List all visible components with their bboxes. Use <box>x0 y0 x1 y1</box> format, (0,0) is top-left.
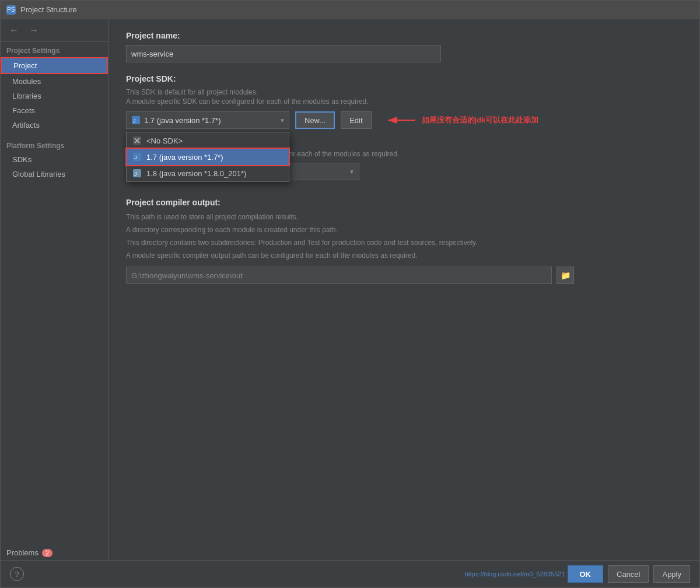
compiler-output-input[interactable] <box>126 267 552 284</box>
url-text: https://blog.csdn.net/m0_52835521 <box>465 570 565 578</box>
problems-badge: 2 <box>42 549 52 557</box>
problems-row[interactable]: Problems 2 <box>1 545 108 560</box>
sdk-select-wrapper: J 1.7 (java version *1.7*) ▼ <box>126 111 289 129</box>
project-settings-label: Project Settings <box>1 42 108 57</box>
bottom-bar: ? https://blog.csdn.net/m0_52835521 OK C… <box>1 560 699 587</box>
sdk-1-8-label: 1.8 (java version *1.8.0_201*) <box>146 169 246 178</box>
sdk-option-no-sdk[interactable]: <No SDK> <box>127 132 289 149</box>
project-name-label: Project name: <box>126 31 682 40</box>
apply-button[interactable]: Apply <box>653 565 690 583</box>
svg-text:J: J <box>134 155 137 160</box>
java-icon: J <box>131 116 141 125</box>
sidebar-item-sdks[interactable]: SDKs <box>1 152 108 167</box>
folder-icon: 📁 <box>561 271 570 280</box>
project-name-section: Project name: <box>126 31 682 62</box>
sdk-row: J 1.7 (java version *1.7*) ▼ <box>126 111 682 129</box>
nav-forward-button[interactable]: → <box>26 24 41 37</box>
sdk-selected-text: 1.7 (java version *1.7*) <box>144 116 221 125</box>
svg-text:J: J <box>134 171 137 177</box>
window-title: Project Structure <box>20 5 77 14</box>
bottom-right-group: https://blog.csdn.net/m0_52835521 OK Can… <box>453 565 690 583</box>
help-button[interactable]: ? <box>10 567 24 581</box>
sdk-desc1: This SDK is default for all project modu… <box>126 88 682 96</box>
java17-icon: J <box>132 152 142 162</box>
output-path-row: 📁 <box>126 267 682 284</box>
folder-browse-button[interactable]: 📁 <box>556 267 574 284</box>
sdk-section: Project SDK: This SDK is default for all… <box>126 74 682 129</box>
new-sdk-button[interactable]: New... <box>295 111 335 129</box>
main-content: Project name: Project SDK: This SDK is d… <box>108 19 699 560</box>
bottom-right: OK Cancel Apply <box>568 565 691 583</box>
sidebar-item-libraries[interactable]: Libraries <box>1 89 108 103</box>
compiler-output-title: Project compiler output: <box>126 198 682 207</box>
no-sdk-icon <box>132 136 142 145</box>
window-body: ← → Project Settings Project Modules Lib… <box>1 19 699 560</box>
compiler-output-section: Project compiler output: This path is us… <box>126 198 682 284</box>
sidebar: ← → Project Settings Project Modules Lib… <box>1 19 108 560</box>
sidebar-item-global-libraries[interactable]: Global Libraries <box>1 167 108 181</box>
bottom-left: ? <box>10 567 24 581</box>
compiler-desc3: This directory contains two subdirectori… <box>126 237 682 248</box>
sidebar-item-modules[interactable]: Modules <box>1 74 108 89</box>
annotation-arrow-icon <box>383 111 418 129</box>
sdk-dropdown-popup: <No SDK> J 1.7 (java version *1.7*) <box>126 132 289 182</box>
edit-sdk-button[interactable]: Edit <box>341 111 371 129</box>
sidebar-item-facets[interactable]: Facets <box>1 103 108 118</box>
project-structure-window: PS Project Structure ← → Project Setting… <box>0 0 700 588</box>
title-bar: PS Project Structure <box>1 1 699 19</box>
sdk-desc2: A module specific SDK can be configured … <box>126 97 682 106</box>
sidebar-item-project[interactable]: Project <box>1 57 108 74</box>
sdk-option-1-7[interactable]: J 1.7 (java version *1.7*) <box>127 149 289 165</box>
sdk-section-title: Project SDK: <box>126 74 682 83</box>
project-name-input[interactable] <box>126 45 441 62</box>
svg-text:J: J <box>133 118 136 124</box>
sdk-dropdown-trigger[interactable]: J 1.7 (java version *1.7*) ▼ <box>126 111 289 129</box>
annotation-text: 如果没有合适的jdk可以在此处添加 <box>422 115 539 125</box>
annotation-container: 如果没有合适的jdk可以在此处添加 <box>383 111 539 129</box>
cancel-button[interactable]: Cancel <box>608 565 649 583</box>
compiler-desc1: This path is used to store all project c… <box>126 212 682 222</box>
compiler-desc2: A directory corresponding to each module… <box>126 225 682 235</box>
sdk-1-7-label: 1.7 (java version *1.7*) <box>146 153 223 162</box>
ok-button[interactable]: OK <box>568 565 604 583</box>
nav-controls: ← → <box>1 19 108 42</box>
app-icon: PS <box>6 5 16 15</box>
compiler-desc4: A module specific compiler output path c… <box>126 250 682 261</box>
platform-settings-label: Platform Settings <box>1 137 108 152</box>
no-sdk-label: <No SDK> <box>146 136 183 145</box>
sdk-option-1-8[interactable]: J 1.8 (java version *1.8.0_201*) <box>127 165 289 181</box>
sidebar-item-artifacts[interactable]: Artifacts <box>1 118 108 132</box>
nav-back-button[interactable]: ← <box>6 24 22 37</box>
dropdown-arrow-icon: ▼ <box>279 117 285 124</box>
java18-icon: J <box>132 169 142 178</box>
problems-label: Problems <box>6 548 38 557</box>
